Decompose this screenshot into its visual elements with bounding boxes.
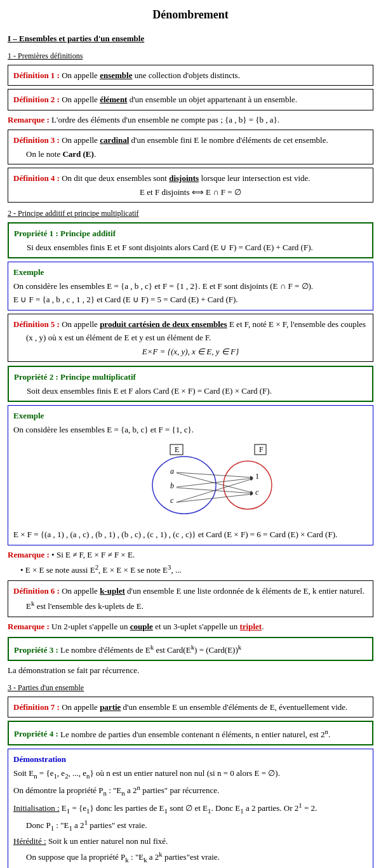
remark-3: Remarque : Un 2-uplet s'appelle un coupl… [8, 620, 373, 633]
demo-line2: On démontre la propriété Pn : "En a 2n p… [13, 782, 368, 798]
definition-5-text: Définition 5 : On appelle produit cartés… [13, 318, 368, 331]
definition-7-text: Définition 7 : On appelle partie d'un en… [13, 701, 368, 714]
demo-hered-line2: On suppose que la propriété Pk : "Ek a 2… [26, 849, 368, 865]
demo-init: Initialisation : E1 = {e1} donc les part… [13, 800, 368, 816]
remark-2-line1: Remarque : • Si E ≠ F, E × F ≠ F × E. [8, 549, 373, 561]
definition-4-formula: E et F disjoints ⟺ E ∩ F = ∅ [13, 186, 368, 199]
demo-title: Démonstration [13, 753, 368, 766]
definition-5-formula: E×F = {(x, y), x ∈ E, y ∈ F} [13, 345, 368, 358]
svg-point-2 [152, 457, 216, 514]
demo-hered: Hérédité : Soit k un entier naturel non … [13, 835, 368, 848]
definition-2-box: Définition 2 : On appelle élément d'un e… [8, 89, 373, 110]
svg-line-13 [177, 479, 253, 502]
definition-6-line2: Ek est l'ensemble des k-uplets de E. [26, 598, 368, 613]
property-2-title: Propriété 2 : Principe multiplicatif [14, 371, 367, 384]
example-1-line2: E ∪ F = {a , b , c , 1 , 2} et Card (E ∪… [13, 293, 368, 306]
property-1-box: Propriété 1 : Principe additif Si deux e… [8, 222, 373, 258]
definition-1-text: Définition 1 : On appelle ensemble une c… [13, 69, 368, 82]
venn-diagram: E F a b c 1 c [13, 441, 368, 523]
svg-text:c: c [255, 488, 259, 497]
example-1-title: Exemple [13, 266, 368, 279]
venn-e-label: E [175, 445, 179, 454]
property-1-body: Si deux ensembles finis E et F sont disj… [27, 241, 367, 254]
svg-text:c: c [170, 496, 174, 505]
svg-text:1: 1 [255, 472, 259, 481]
definition-3-box: Définition 3 : On appelle cardinal d'un … [8, 130, 373, 164]
venn-svg: E F a b c 1 c [102, 441, 279, 523]
property-3-box: Propriété 3 : Le nombre d'éléments de Ek… [8, 637, 373, 662]
demo-init-line2: Donc P1 : "E1 a 21 parties" est vraie. [26, 817, 368, 833]
definition-6-box: Définition 6 : On appelle k-uplet d'un e… [8, 580, 373, 617]
example-1-line1: On considère les ensembles E = {a , b , … [13, 280, 368, 293]
property-4-text: Propriété 4 : Le nombre de parties d'un … [14, 726, 367, 740]
example-2-line1: On considère les ensembles E = {a, b, c}… [13, 424, 368, 436]
property-2-body: Soit deux ensembles finis E et F alors C… [27, 385, 367, 397]
property-4-box: Propriété 4 : Le nombre de parties d'un … [8, 721, 373, 745]
definition-4-box: Définition 4 : On dit que deux ensembles… [8, 168, 373, 203]
venn-f-label: F [259, 445, 264, 454]
svg-text:a: a [170, 467, 174, 476]
svg-text:b: b [170, 481, 174, 490]
section2-title: 3 - Parties d'un ensemble [8, 682, 373, 693]
definition-4-text: Définition 4 : On dit que deux ensembles… [13, 172, 368, 185]
svg-point-3 [224, 461, 272, 509]
example-1-box: Exemple On considère les ensembles E = {… [8, 262, 373, 310]
remark-2-line2: • E × E se note aussi E2, E × E × E se n… [20, 562, 373, 577]
section1-title: I – Ensembles et parties d'un ensemble [8, 32, 373, 45]
property-1-title: Propriété 1 : Principe additif [14, 227, 367, 240]
subsection2-title: 2 - Principe additif et principe multipl… [8, 208, 373, 219]
property-2-box: Propriété 2 : Principe multiplicatif Soi… [8, 366, 373, 402]
proof-note: La démonstration se fait par récurrence. [8, 664, 373, 677]
page-title: Dénombrement [8, 6, 373, 23]
demonstration-box: Démonstration Soit En = {e1, e2, ..., en… [8, 749, 373, 868]
subsection1-title: 1 - Premières définitions [8, 50, 373, 62]
demo-line1: Soit En = {e1, e2, ..., en} où n est un … [13, 767, 368, 781]
example-2-title: Exemple [13, 410, 368, 422]
definition-1-box: Définition 1 : On appelle ensemble une c… [8, 65, 373, 86]
example-2-line2: E × F = {(a , 1) , (a , c) , (b , 1) , (… [13, 528, 368, 541]
definition-2-text: Définition 2 : On appelle élément d'un e… [13, 93, 368, 106]
svg-line-14 [177, 494, 253, 502]
definition-7-box: Définition 7 : On appelle partie d'un en… [8, 697, 373, 718]
svg-line-11 [177, 478, 253, 487]
example-2-box: Exemple On considère les ensembles E = {… [8, 405, 373, 545]
definition-3-line2: On le note Card (E). [26, 148, 368, 161]
remark-1: Remarque : L'ordre des éléments d'un ens… [8, 114, 373, 126]
definition-5-line2: (x , y) où x est un élément de E et y es… [26, 331, 368, 344]
definition-5-box: Définition 5 : On appelle produit cartés… [8, 314, 373, 363]
property-3-text: Propriété 3 : Le nombre d'éléments de Ek… [14, 642, 367, 657]
definition-3-line1: Définition 3 : On appelle cardinal d'un … [13, 134, 368, 147]
definition-6-line1: Définition 6 : On appelle k-uplet d'un e… [13, 585, 368, 598]
